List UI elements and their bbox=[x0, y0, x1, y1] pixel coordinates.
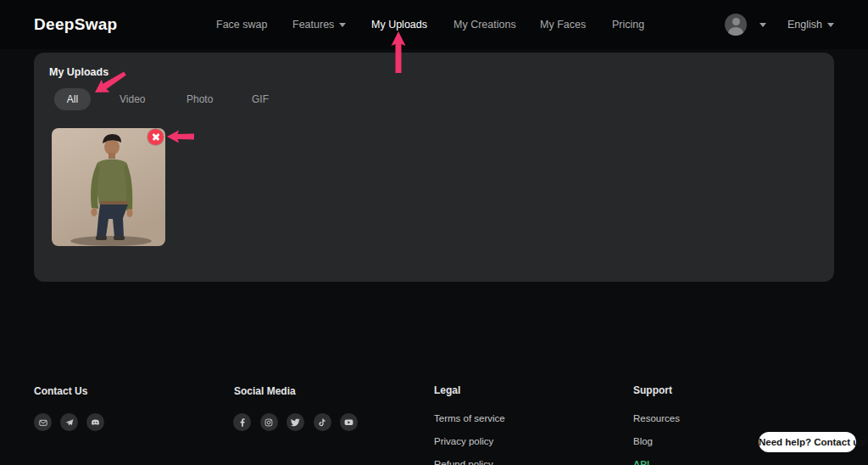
link-resources[interactable]: Resources bbox=[633, 413, 680, 423]
uploaded-photo-thumbnail[interactable] bbox=[52, 128, 165, 246]
nav-my-faces[interactable]: My Faces bbox=[540, 19, 586, 31]
footer-contact-heading: Contact Us bbox=[34, 385, 87, 397]
link-terms-of-service[interactable]: Terms of service bbox=[434, 413, 505, 423]
discord-icon[interactable] bbox=[86, 413, 104, 431]
twitter-icon[interactable] bbox=[287, 413, 304, 431]
telegram-icon[interactable] bbox=[60, 413, 78, 431]
my-uploads-panel: My Uploads All Video Photo GIF bbox=[34, 53, 834, 282]
footer-support-heading: Support bbox=[633, 384, 672, 396]
nav-my-uploads[interactable]: My Uploads bbox=[371, 19, 427, 31]
tab-video[interactable]: Video bbox=[120, 88, 145, 110]
footer-social-heading: Social Media bbox=[234, 385, 296, 397]
language-selector[interactable]: English bbox=[787, 19, 834, 31]
nav-features[interactable]: Features bbox=[292, 19, 346, 31]
link-api[interactable]: API bbox=[633, 459, 649, 465]
chevron-down-icon bbox=[827, 23, 834, 27]
link-privacy-policy[interactable]: Privacy policy bbox=[434, 436, 493, 446]
chevron-down-icon bbox=[339, 23, 346, 27]
chevron-down-icon bbox=[760, 23, 766, 27]
nav-face-swap[interactable]: Face swap bbox=[216, 19, 267, 31]
tab-photo[interactable]: Photo bbox=[186, 88, 213, 110]
link-blog[interactable]: Blog bbox=[633, 436, 653, 446]
account-menu[interactable] bbox=[725, 14, 763, 36]
deepswap-page: DeepSwap Face swap Features My Uploads M… bbox=[0, 0, 868, 465]
tab-all[interactable]: All bbox=[54, 88, 91, 110]
facebook-icon[interactable] bbox=[233, 413, 251, 431]
need-help-button[interactable]: Need help? Contact us! bbox=[759, 432, 856, 452]
panel-title: My Uploads bbox=[49, 66, 108, 78]
email-icon[interactable] bbox=[34, 413, 52, 431]
footer-legal-heading: Legal bbox=[434, 384, 460, 396]
tiktok-icon[interactable] bbox=[314, 413, 331, 431]
instagram-icon[interactable] bbox=[260, 413, 278, 431]
delete-upload-button[interactable] bbox=[147, 129, 164, 145]
tab-gif[interactable]: GIF bbox=[252, 88, 269, 110]
avatar-icon bbox=[725, 14, 747, 36]
nav-pricing[interactable]: Pricing bbox=[612, 19, 644, 31]
link-refund-policy[interactable]: Refund policy bbox=[434, 459, 493, 465]
youtube-icon[interactable] bbox=[340, 413, 358, 431]
nav-my-creations[interactable]: My Creations bbox=[453, 19, 516, 31]
top-navbar: DeepSwap Face swap Features My Uploads M… bbox=[0, 0, 868, 49]
deepswap-logo[interactable]: DeepSwap bbox=[34, 15, 118, 34]
photo-of-man-against-wall bbox=[52, 128, 165, 246]
